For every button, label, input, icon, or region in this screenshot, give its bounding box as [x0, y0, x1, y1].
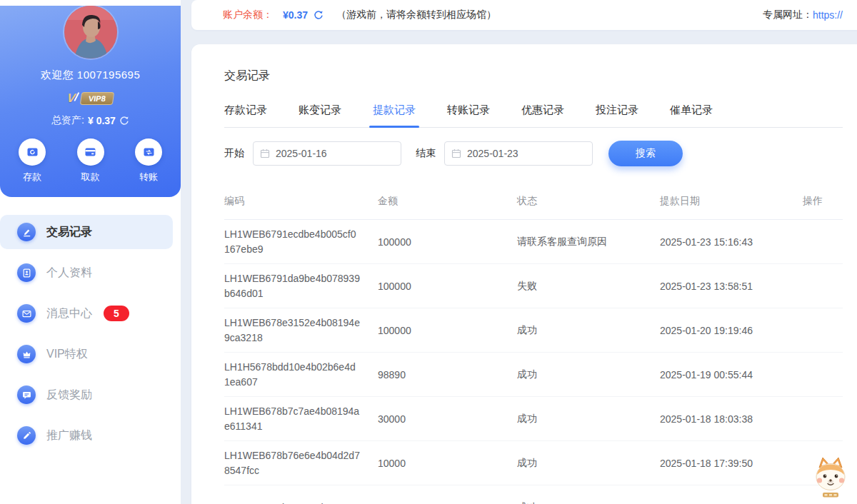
end-date-input[interactable]: 2025-01-23 [444, 141, 593, 166]
column-header-金额: 金额 [378, 195, 517, 208]
sidebar-item-个人资料[interactable]: 个人资料 [0, 256, 173, 290]
crown-icon [17, 345, 36, 363]
cell-amount: 10000 [378, 458, 517, 469]
tab-提款记录[interactable]: 提款记录 [373, 104, 416, 127]
cell-date: 2025-01-18 18:03:38 [660, 413, 803, 425]
quick-action-取款[interactable]: 取款 [77, 138, 104, 183]
vip-v-logo-icon: V [66, 91, 76, 106]
cell-code: LH1WEB6791ecdbe4b005cf0167ebe9 [224, 227, 360, 257]
envelope-icon [17, 304, 36, 323]
site-url-group: 专属网址： https:// [763, 9, 843, 21]
vip-badge: V VIP8 [0, 91, 181, 106]
sidebar-item-label: 个人资料 [46, 266, 92, 281]
cell-status: 成功 [517, 324, 660, 337]
tab-优惠记录[interactable]: 优惠记录 [521, 104, 564, 127]
end-date-label: 结束 [416, 147, 436, 160]
cell-code: LH1WEB678b76e6e4b04d2d78547fcc [224, 448, 360, 478]
table-header: 编码金额状态提款日期操作 [224, 188, 843, 220]
sidebar-item-交易记录[interactable]: 交易记录 [0, 215, 173, 249]
column-header-操作: 操作 [803, 195, 843, 208]
table-row: LH1WEB678b76e0e4b0819410000成功2025-01-18 … [224, 485, 843, 504]
sidebar: 欢迎您 1007195695 V VIP8 总资产: ¥ 0.37 存款取款转账… [0, 0, 181, 504]
user-panel: 欢迎您 1007195695 V VIP8 总资产: ¥ 0.37 存款取款转账 [0, 6, 181, 197]
column-header-状态: 状态 [517, 195, 660, 208]
cell-code: LH1WEB678b76e0e4b08194 [224, 500, 360, 504]
calendar-icon [451, 148, 461, 158]
sidebar-item-VIP特权[interactable]: VIP特权 [0, 337, 173, 371]
total-assets: 总资产: ¥ 0.37 [0, 114, 181, 127]
date-filters: 开始 2025-01-16 结束 2025-01-23 搜索 [224, 141, 843, 166]
cell-date: 2025-01-19 00:55:44 [660, 369, 803, 380]
cell-date: 2025-01-23 13:58:51 [660, 281, 803, 292]
cell-status: 成功 [517, 413, 660, 425]
cell-code: LH1H5678bdd10e4b02b6e4d1ea607 [224, 360, 360, 390]
tab-存款记录[interactable]: 存款记录 [224, 104, 267, 127]
cell-amount: 98890 [378, 369, 517, 380]
cell-amount: 100000 [378, 281, 517, 292]
cell-status: 成功 [517, 368, 660, 381]
tabs: 存款记录账变记录提款记录转账记录优惠记录投注记录催单记录 [224, 104, 843, 128]
avatar-photo [64, 6, 117, 59]
sidebar-menu: 交易记录个人资料消息中心5VIP特权反馈奖励推广赚钱 [0, 215, 181, 453]
table-row: LH1H5678bdd10e4b02b6e4d1ea60798890成功2025… [224, 353, 843, 397]
cell-date: 2025-01-23 15:16:43 [660, 236, 803, 248]
site-url-link[interactable]: https:// [813, 9, 843, 21]
page-title: 交易记录 [224, 69, 843, 84]
sidebar-item-label: 消息中心 [46, 306, 92, 321]
cell-code: LH1WEB678e3152e4b08194e9ca3218 [224, 316, 360, 346]
vip-level-label: VIP8 [80, 92, 114, 105]
end-date-value: 2025-01-23 [467, 148, 518, 159]
quick-action-转账[interactable]: 转账 [135, 138, 162, 183]
sidebar-item-label: 交易记录 [46, 225, 92, 240]
id-card-icon [17, 263, 36, 282]
search-button[interactable]: 搜索 [608, 141, 683, 166]
tab-催单记录[interactable]: 催单记录 [670, 104, 713, 127]
sidebar-item-推广赚钱[interactable]: 推广赚钱 [0, 418, 173, 453]
sidebar-item-label: VIP特权 [46, 347, 88, 362]
refresh-icon[interactable] [119, 116, 129, 126]
tab-投注记录[interactable]: 投注记录 [596, 104, 638, 127]
cell-amount: 100000 [378, 325, 517, 336]
cell-status: 请联系客服查询原因 [517, 236, 660, 248]
table-row: LH1WEB678e3152e4b08194e9ca3218100000成功20… [224, 308, 843, 353]
assets-value: ¥ 0.37 [88, 115, 116, 126]
quick-action-label: 取款 [81, 171, 100, 183]
balance-group: 账户余额： ¥0.37 （游戏前，请将余额转到相应场馆） [223, 9, 496, 21]
edit-note-icon [17, 223, 36, 241]
refresh-balance-icon[interactable] [314, 10, 324, 20]
tab-转账记录[interactable]: 转账记录 [447, 104, 490, 127]
cell-date: 2025-01-20 19:19:46 [660, 325, 803, 336]
start-date-input[interactable]: 2025-01-16 [253, 141, 401, 166]
sidebar-item-反馈奖励[interactable]: 反馈奖励 [0, 378, 173, 412]
table-row: LH1WEB6791da9be4b078939b646d01100000失败20… [224, 264, 843, 308]
sidebar-item-label: 推广赚钱 [46, 428, 92, 443]
mascot-chat-icon[interactable] [810, 455, 851, 501]
sidebar-item-消息中心[interactable]: 消息中心5 [0, 296, 173, 331]
cell-amount: 30000 [378, 413, 517, 425]
column-header-编码: 编码 [224, 195, 378, 208]
chat-bubble-icon [17, 385, 36, 404]
balance-value: ¥0.37 [283, 9, 308, 21]
site-url-label: 专属网址： [763, 9, 813, 21]
quick-action-label: 存款 [23, 171, 41, 183]
unread-count-badge: 5 [104, 306, 129, 321]
main-card: 交易记录 存款记录账变记录提款记录转账记录优惠记录投注记录催单记录 开始 202… [191, 44, 857, 504]
tab-账变记录[interactable]: 账变记录 [299, 104, 341, 127]
start-date-label: 开始 [224, 147, 244, 160]
table-row: LH1WEB678b76e6e4b04d2d78547fcc10000成功202… [224, 441, 843, 485]
sidebar-item-label: 反馈奖励 [46, 388, 92, 403]
cell-code: LH1WEB6791da9be4b078939b646d01 [224, 271, 360, 301]
deposit-card-icon [19, 138, 46, 166]
quick-action-存款[interactable]: 存款 [19, 138, 46, 183]
welcome-text: 欢迎您 1007195695 [0, 69, 181, 82]
pencil-icon [17, 426, 36, 445]
cell-status: 成功 [517, 501, 660, 504]
transfer-card-icon [135, 138, 162, 166]
table-row: LH1WEB6791ecdbe4b005cf0167ebe9100000请联系客… [224, 220, 843, 264]
quick-action-label: 转账 [139, 171, 158, 183]
cell-date: 2025-01-18 17:39:50 [660, 458, 803, 469]
cell-amount: 100000 [378, 236, 517, 248]
table-row: LH1WEB678b7c7ae4b08194ae61134130000成功202… [224, 397, 843, 441]
calendar-icon [260, 148, 270, 158]
avatar[interactable] [64, 6, 117, 59]
